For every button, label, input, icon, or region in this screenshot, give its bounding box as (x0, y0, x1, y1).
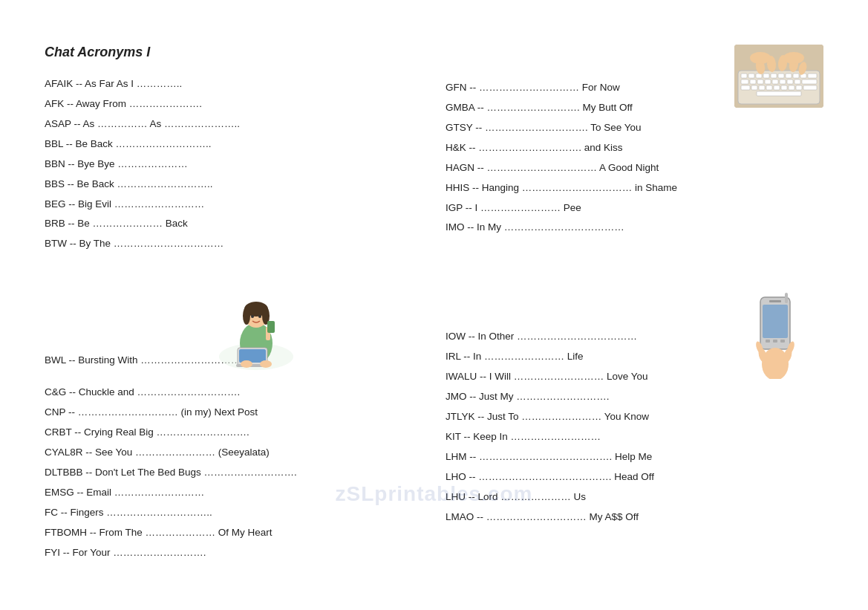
entry-btw: BTW -- By The …………………………… (45, 236, 416, 252)
svg-rect-23 (759, 85, 765, 90)
entry-dltbbb: DLTBBB -- Don't Let The Bed Bugs …………………… (45, 465, 416, 481)
keyboard-image (734, 45, 823, 108)
entry-fc: FC -- Fingers ………………………….. (45, 505, 416, 521)
svg-point-45 (258, 315, 261, 318)
svg-rect-8 (786, 74, 792, 78)
entry-bbn: BBN -- Bye Bye ………………… (45, 157, 416, 172)
svg-rect-59 (780, 340, 785, 343)
entry-kit: KIT -- Keep In ……………………… (446, 429, 823, 445)
phone-image (749, 290, 801, 379)
entry-bbs: BBS -- Be Back ……………………….. (45, 177, 416, 192)
svg-rect-28 (796, 85, 802, 90)
svg-rect-54 (763, 305, 788, 338)
svg-rect-26 (781, 85, 787, 90)
entry-lmao: LMAO -- ………………………… My A$$ Off (446, 510, 823, 525)
page-title: Chat Acronyms I (45, 45, 823, 60)
svg-rect-13 (750, 80, 756, 84)
entry-gtsy: GTSY -- …………………………. To See You (446, 120, 823, 136)
entry-afaik: AFAIK -- As Far As I ………….. (45, 77, 416, 92)
entry-afk: AFK -- Away From …………………. (45, 97, 416, 112)
svg-rect-2 (741, 74, 747, 78)
svg-rect-19 (794, 80, 800, 84)
entry-bbl: BBL -- Be Back ……………………….. (45, 137, 416, 152)
svg-rect-3 (748, 74, 754, 78)
entry-fyi: FYI -- For Your ………………………. (45, 545, 416, 561)
svg-rect-7 (778, 74, 784, 78)
svg-point-37 (783, 52, 804, 64)
svg-rect-22 (751, 85, 757, 90)
svg-rect-58 (773, 340, 777, 343)
svg-rect-4 (756, 74, 762, 78)
entry-lho: LHO -- …………………………………. Head Off (446, 470, 823, 485)
svg-rect-20 (802, 80, 817, 84)
svg-rect-5 (763, 74, 769, 78)
entry-brb: BRB -- Be ………………… Back (45, 216, 416, 232)
svg-rect-18 (787, 80, 793, 84)
svg-point-51 (241, 360, 252, 368)
entry-igp: IGP -- I …………………… Pee (446, 201, 823, 216)
entry-cyal8r: CYAL8R -- See You …………………… (Seeyalata) (45, 445, 416, 461)
svg-point-60 (762, 348, 789, 379)
entry-imo: IMO -- In My ……………………………… (446, 220, 823, 236)
svg-rect-55 (785, 293, 788, 303)
svg-point-44 (251, 315, 254, 318)
svg-point-42 (243, 307, 250, 325)
entry-beg: BEG -- Big Evil ……………………… (45, 197, 416, 212)
entry-emsg: EMSG -- Email ……………………… (45, 485, 416, 501)
svg-rect-9 (793, 74, 799, 78)
svg-rect-12 (741, 80, 748, 84)
svg-rect-6 (771, 74, 777, 78)
svg-rect-57 (766, 340, 770, 343)
svg-point-52 (260, 360, 272, 368)
entry-hhis: HHIS -- Hanging …………………………… in Shame (446, 181, 823, 196)
entry-crbt: CRBT -- Crying Real Big ………………………. (45, 425, 416, 441)
svg-rect-11 (808, 74, 817, 78)
entry-jmo: JMO -- Just My ………………………. (446, 389, 823, 405)
svg-rect-15 (765, 80, 771, 84)
spacer2 (45, 373, 416, 385)
svg-rect-30 (757, 91, 801, 96)
svg-rect-29 (803, 85, 817, 90)
svg-rect-25 (774, 85, 780, 90)
entry-hagn: HAGN -- …………………………… A Good Night (446, 160, 823, 176)
entry-asap: ASAP -- As …………… As ………………….. (45, 117, 416, 132)
entry-cnp: CNP -- ………………………… (in my) Next Post (45, 405, 416, 421)
svg-rect-17 (780, 80, 786, 84)
svg-point-36 (750, 52, 771, 64)
main-columns: AFAIK -- As Far As I ………….. AFK -- Away … (45, 77, 823, 565)
entry-lhm: LHM -- …………………………………. Help Me (446, 450, 823, 465)
entry-jtlyk: JTLYK -- Just To …………………… You Know (446, 409, 823, 425)
svg-rect-49 (239, 349, 266, 363)
svg-rect-24 (766, 85, 772, 90)
svg-rect-14 (757, 80, 763, 84)
page: Chat Acronyms I (0, 0, 868, 595)
girl-laptop-image (215, 290, 297, 371)
svg-rect-21 (741, 85, 750, 90)
svg-rect-16 (772, 80, 778, 84)
svg-rect-56 (769, 300, 781, 302)
entry-cg: C&G -- Chuckle and …………………………. (45, 385, 416, 400)
svg-rect-47 (267, 321, 275, 333)
entry-ftbomh: FTBOMH -- From The ………………… Of My Heart (45, 525, 416, 541)
svg-rect-27 (789, 85, 794, 90)
entry-hk: H&K -- …………………………. and Kiss (446, 140, 823, 156)
entry-lhu: LHU -- Lord ………………… Us (446, 490, 823, 505)
